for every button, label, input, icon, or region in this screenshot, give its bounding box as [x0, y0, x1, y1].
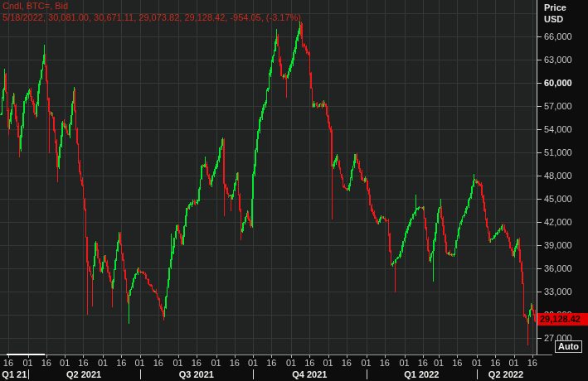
time-tick-label: 16	[527, 358, 537, 368]
time-tick-label: 16	[452, 358, 462, 368]
time-tick-label: 01	[361, 358, 371, 368]
price-chart-canvas[interactable]	[0, 0, 537, 355]
time-tick-label: 16	[304, 358, 314, 368]
time-tick-label: 01	[211, 358, 221, 368]
price-tick-mark	[537, 129, 542, 130]
quarter-label: Q1 21	[2, 369, 27, 379]
price-axis[interactable]: Price USD 66,00063,00060,00057,00054,000…	[537, 0, 588, 381]
quarter-separator	[477, 369, 478, 379]
price-tick-mark	[537, 106, 542, 107]
time-tick-label: 01	[323, 358, 333, 368]
quarter-separator	[367, 369, 367, 379]
time-tick-label: 01	[173, 358, 182, 368]
price-tick-mark	[537, 36, 542, 37]
price-tick-mark	[537, 176, 542, 176]
time-axis[interactable]: 1601160116011601160116011601160116011601…	[0, 354, 537, 381]
time-tick-label: 01	[135, 358, 145, 368]
price-axis-unit: USD	[544, 14, 563, 25]
time-tick-label: 01	[508, 358, 518, 368]
last-price-tag: 29,128.42	[537, 313, 588, 326]
time-tick-label: 01	[98, 358, 108, 368]
time-tick-label: 01	[23, 358, 33, 368]
price-tick-mark	[537, 268, 542, 269]
price-tick-mark	[537, 338, 542, 339]
quarter-label: Q2 2022	[488, 369, 523, 379]
price-tick-mark	[537, 83, 542, 84]
auto-scale-button[interactable]: Auto	[555, 340, 582, 353]
quarter-label: Q2 2021	[66, 369, 101, 379]
time-tick-label: 16	[41, 358, 51, 368]
time-tick-label: 16	[490, 358, 500, 368]
price-tick-mark	[537, 245, 542, 246]
time-tick-label: 01	[286, 358, 296, 368]
quarter-separator	[140, 369, 141, 379]
quarter-separator	[253, 369, 254, 379]
time-tick-label: 16	[342, 358, 352, 368]
time-tick-label: 01	[60, 358, 70, 368]
quarter-label: Q4 2021	[292, 369, 327, 379]
price-tick-mark	[537, 60, 542, 60]
price-tick-mark	[537, 199, 542, 200]
time-tick-label: 01	[399, 358, 409, 368]
time-tick-label: 01	[434, 358, 444, 368]
time-tick-label: 16	[78, 358, 88, 368]
time-tick-label: 16	[380, 358, 390, 368]
time-tick-label: 16	[230, 358, 240, 368]
legend-ohlc-line: 5/18/2022, 30,081.00, 30,671.11, 29,073.…	[2, 12, 301, 23]
quarter-separator	[28, 369, 29, 379]
btc-candlestick-chart-window: Cndl, BTC=, Bid 5/18/2022, 30,081.00, 30…	[0, 0, 588, 381]
price-tick-mark	[537, 152, 542, 153]
time-tick-label: 16	[418, 358, 428, 368]
quarter-label: Q1 2022	[404, 369, 439, 379]
legend-instrument-line: Cndl, BTC=, Bid	[2, 0, 301, 12]
chart-legend: Cndl, BTC=, Bid 5/18/2022, 30,081.00, 30…	[2, 0, 301, 23]
price-axis-title: Price	[544, 2, 566, 13]
time-tick-label: 16	[116, 358, 126, 368]
time-tick-label: 16	[153, 358, 163, 368]
quarter-label: Q3 2021	[179, 369, 214, 379]
time-tick-label: 16	[266, 358, 276, 368]
time-tick-label: 16	[192, 358, 202, 368]
time-tick-label: 16	[3, 358, 13, 368]
price-tick-mark	[537, 292, 542, 292]
price-tick-mark	[537, 222, 542, 223]
time-tick-label: 01	[472, 358, 482, 368]
time-tick-label: 01	[248, 358, 258, 368]
